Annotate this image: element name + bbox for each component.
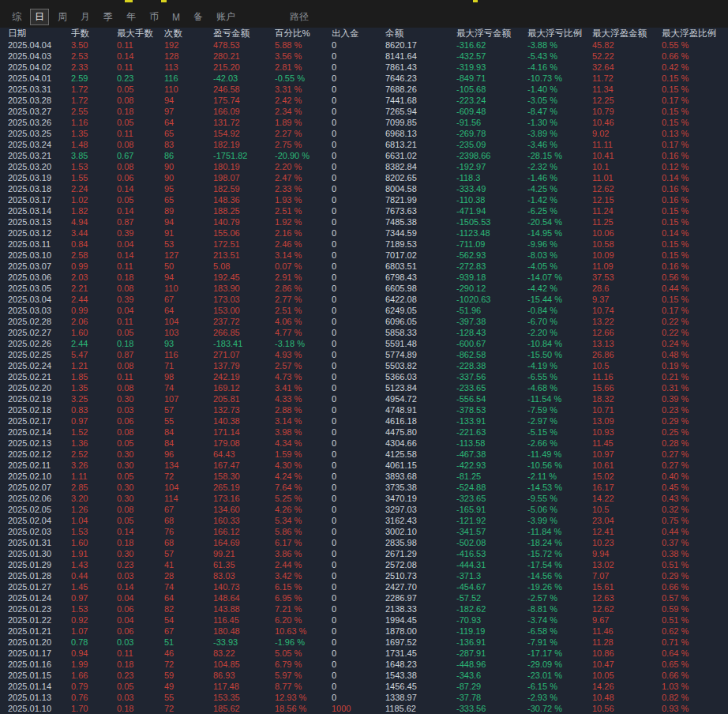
- table-row[interactable]: 2025.02.122.520.309664.431.59 %04125.58-…: [0, 449, 728, 460]
- cell-lots: 1.53: [71, 603, 117, 614]
- toolbar-tab-summary[interactable]: 综: [8, 9, 25, 24]
- table-row[interactable]: 2025.03.070.990.11505.080.07 %06803.51-2…: [0, 261, 728, 272]
- cell-max-float-loss-pct: -2.66 %: [527, 438, 592, 449]
- toolbar-tab-path[interactable]: 路径: [286, 9, 313, 24]
- table-row[interactable]: 2025.01.240.970.0464148.646.95 %02286.97…: [0, 592, 728, 603]
- table-row[interactable]: 2025.03.052.210.08110183.902.86 %06605.9…: [0, 283, 728, 294]
- table-row[interactable]: 2025.01.280.440.032883.033.42 %02510.73-…: [0, 570, 728, 581]
- column-header-max-float-profit[interactable]: 最大浮盈金额: [592, 28, 662, 39]
- table-row[interactable]: 2025.02.101.110.0572158.304.24 %03893.68…: [0, 471, 728, 482]
- table-row[interactable]: 2025.03.171.020.0565148.361.93 %07821.99…: [0, 194, 728, 205]
- table-row[interactable]: 2025.01.301.910.305799.213.86 %02671.29-…: [0, 548, 728, 559]
- table-row[interactable]: 2025.02.113.260.30134167.474.30 %04061.1…: [0, 460, 728, 471]
- cell-max-float-profit: 10.61: [592, 460, 662, 471]
- table-row[interactable]: 2025.02.141.520.0884171.143.98 %04475.80…: [0, 427, 728, 438]
- table-row[interactable]: 2025.03.201.530.0890180.192.20 %08382.84…: [0, 161, 728, 172]
- cell-max-float-loss: -287.91: [456, 648, 527, 659]
- table-row[interactable]: 2025.03.213.850.6786-1751.82-20.90 %0663…: [0, 150, 728, 161]
- table-row[interactable]: 2025.01.130.760.0355153.3512.93 %01338.9…: [0, 692, 728, 703]
- toolbar-tab-week[interactable]: 周: [54, 9, 71, 24]
- cell-lots: 3.50: [71, 39, 117, 51]
- table-row[interactable]: 2025.02.241.210.0871137.792.57 %05503.82…: [0, 360, 728, 371]
- table-row[interactable]: 2025.02.180.830.0357132.732.88 %04748.91…: [0, 404, 728, 415]
- table-row[interactable]: 2025.01.291.430.234161.352.44 %02572.08-…: [0, 559, 728, 570]
- table-row[interactable]: 2025.02.072.850.30104265.197.64 %03735.3…: [0, 482, 728, 493]
- table-row[interactable]: 2025.02.031.530.1476166.125.86 %03002.10…: [0, 526, 728, 537]
- table-row[interactable]: 2025.03.261.160.0564131.721.89 %07099.85…: [0, 117, 728, 128]
- table-row[interactable]: 2025.02.041.040.0568160.335.34 %03162.43…: [0, 515, 728, 526]
- toolbar-tab-quarter[interactable]: 季: [99, 9, 117, 24]
- table-row[interactable]: 2025.04.012.590.23116-42.03-0.55 %07646.…: [0, 73, 728, 84]
- table-row[interactable]: 2025.02.282.060.11104237.724.06 %06096.0…: [0, 316, 728, 327]
- toolbar-tab-year[interactable]: 年: [122, 9, 140, 24]
- cell-max-lots: 0.30: [117, 449, 164, 460]
- table-row[interactable]: 2025.02.051.260.0867134.604.26 %03297.03…: [0, 504, 728, 515]
- toolbar-tab-m[interactable]: M: [168, 11, 184, 24]
- table-row[interactable]: 2025.03.281.720.0894175.742.42 %07441.68…: [0, 95, 728, 106]
- table-row[interactable]: 2025.03.062.030.1894192.452.91 %06798.43…: [0, 272, 728, 283]
- cell-pnl: 99.21: [213, 548, 275, 559]
- table-row[interactable]: 2025.03.030.990.0464153.002.51 %06249.05…: [0, 305, 728, 316]
- cell-max-float-loss-pct: -1.30 %: [527, 117, 592, 128]
- column-header-max-float-profit-pct[interactable]: 最大浮盈比例: [662, 28, 728, 39]
- column-header-date[interactable]: 日期: [8, 28, 71, 39]
- table-row[interactable]: 2025.03.141.820.1489188.252.51 %07673.63…: [0, 205, 728, 216]
- column-header-max-lots[interactable]: 最大手数: [117, 28, 164, 39]
- table-row[interactable]: 2025.01.161.990.1872104.856.79 %01648.23…: [0, 659, 728, 670]
- table-rows: 2025.04.043.500.11192478.535.88 %08620.1…: [0, 39, 728, 714]
- table-row[interactable]: 2025.01.271.450.1474140.736.15 %02427.70…: [0, 581, 728, 592]
- table-row[interactable]: 2025.01.311.600.1868164.696.17 %02835.98…: [0, 537, 728, 548]
- table-row[interactable]: 2025.02.271.600.05103266.854.77 %05858.3…: [0, 327, 728, 338]
- cell-date: 2025.03.27: [8, 106, 71, 117]
- table-row[interactable]: 2025.02.170.970.0655140.383.14 %04616.18…: [0, 415, 728, 427]
- table-row[interactable]: 2025.02.063.200.30114173.165.25 %03470.1…: [0, 493, 728, 504]
- table-row[interactable]: 2025.01.200.780.0351-33.93-1.96 %01697.5…: [0, 637, 728, 648]
- table-row[interactable]: 2025.03.272.550.1897166.092.34 %07265.94…: [0, 106, 728, 117]
- table-row[interactable]: 2025.01.151.660.235986.935.97 %01543.38-…: [0, 670, 728, 681]
- table-row[interactable]: 2025.02.201.350.0874169.123.41 %05123.84…: [0, 382, 728, 393]
- toolbar-tab-month[interactable]: 月: [77, 9, 94, 24]
- table-row[interactable]: 2025.01.170.940.114683.225.05 %01731.45-…: [0, 648, 728, 659]
- table-row[interactable]: 2025.02.211.850.1198242.194.73 %05366.03…: [0, 371, 728, 382]
- table-row[interactable]: 2025.04.032.530.14128280.213.56 %08141.6…: [0, 51, 728, 62]
- table-row[interactable]: 2025.03.191.550.0690198.072.47 %08202.65…: [0, 172, 728, 183]
- column-header-max-float-loss-pct[interactable]: 最大浮亏比例: [527, 28, 592, 39]
- table-row[interactable]: 2025.01.101.700.1872185.6218.56 %1000118…: [0, 703, 728, 714]
- column-header-balance[interactable]: 余额: [385, 28, 456, 39]
- cell-balance: 6968.13: [385, 128, 456, 139]
- table-row[interactable]: 2025.03.251.350.1165154.922.27 %06968.13…: [0, 128, 728, 139]
- table-row[interactable]: 2025.02.193.250.30107205.814.33 %04954.7…: [0, 393, 728, 404]
- column-header-cash-flow[interactable]: 出入金: [332, 28, 385, 39]
- toolbar-tab-backup[interactable]: 备: [190, 9, 207, 24]
- column-header-pnl-pct[interactable]: 百分比%: [275, 28, 332, 39]
- table-row[interactable]: 2025.04.022.330.11113215.202.81 %07861.4…: [0, 62, 728, 73]
- table-row[interactable]: 2025.03.311.720.05110246.583.31 %07688.2…: [0, 84, 728, 95]
- toolbar-tab-account[interactable]: 账户: [212, 9, 239, 24]
- table-row[interactable]: 2025.03.182.240.1495182.592.33 %08004.58…: [0, 183, 728, 194]
- table-row[interactable]: 2025.01.231.530.0682143.887.21 %02138.33…: [0, 603, 728, 614]
- cell-lots: 1.36: [71, 438, 117, 449]
- cell-trades: 104: [164, 316, 213, 327]
- cell-pnl: 173.16: [213, 493, 275, 504]
- table-row[interactable]: 2025.03.241.480.0883182.192.75 %06813.21…: [0, 139, 728, 150]
- table-row[interactable]: 2025.02.255.470.87116271.074.93 %05774.8…: [0, 349, 728, 360]
- table-row[interactable]: 2025.02.131.360.0584179.084.34 %04304.66…: [0, 438, 728, 449]
- column-header-pnl[interactable]: 盈亏金额: [213, 28, 275, 39]
- column-header-trades[interactable]: 次数: [164, 28, 213, 39]
- column-header-max-float-loss[interactable]: 最大浮亏金额: [456, 28, 527, 39]
- table-row[interactable]: 2025.01.140.790.0549117.488.77 %01456.45…: [0, 681, 728, 692]
- table-row[interactable]: 2025.03.042.440.3967173.032.77 %06422.08…: [0, 294, 728, 305]
- table-row[interactable]: 2025.03.134.940.8794140.791.92 %07485.38…: [0, 216, 728, 227]
- cell-max-float-profit: 9.02: [592, 128, 662, 139]
- toolbar-tab-currency[interactable]: 币: [145, 9, 163, 24]
- table-row[interactable]: 2025.01.220.920.0454116.456.20 %01994.45…: [0, 614, 728, 626]
- cell-lots: 0.78: [71, 637, 117, 648]
- toolbar-tab-day[interactable]: 日: [31, 9, 48, 24]
- table-row[interactable]: 2025.01.211.070.0667180.4810.63 %01878.0…: [0, 626, 728, 637]
- table-row[interactable]: 2025.03.102.580.14127213.513.14 %07017.0…: [0, 250, 728, 261]
- table-row[interactable]: 2025.02.262.440.1893-183.41-3.18 %05591.…: [0, 338, 728, 349]
- table-row[interactable]: 2025.04.043.500.11192478.535.88 %08620.1…: [0, 39, 728, 51]
- column-header-lots[interactable]: 手数: [71, 28, 117, 39]
- table-row[interactable]: 2025.03.123.440.3991155.062.16 %07344.59…: [0, 227, 728, 239]
- table-row[interactable]: 2025.03.110.840.0453172.512.46 %07189.53…: [0, 239, 728, 250]
